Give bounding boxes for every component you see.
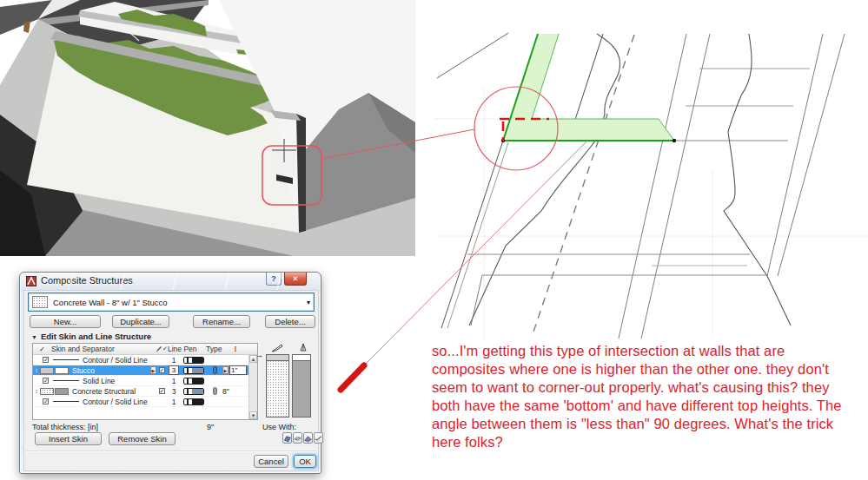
header-skin: Skin and Separator xyxy=(51,345,156,353)
left-pen-icon xyxy=(271,343,283,352)
ok-button[interactable]: OK xyxy=(294,455,316,468)
marker-stroke xyxy=(341,365,364,390)
preview-stucco-skin[interactable] xyxy=(266,354,289,418)
skin-surface-swatch[interactable] xyxy=(55,388,69,395)
skin-type-icon[interactable] xyxy=(213,387,217,395)
pen-widget[interactable] xyxy=(183,367,204,374)
table-scrollbar[interactable]: ▲ ▼ xyxy=(248,355,257,419)
help-icon[interactable]: ? xyxy=(266,273,282,286)
composite-swatch-icon xyxy=(32,296,48,308)
table-row-solid-line[interactable]: ✓ Solid Line 1 xyxy=(33,376,257,386)
pen-widget[interactable] xyxy=(183,398,204,405)
pen-icon xyxy=(156,345,162,353)
pen-widget[interactable] xyxy=(183,388,204,395)
expand-arrow-icon[interactable]: ▶ xyxy=(222,366,229,374)
table-row-contour-top[interactable]: ✓ Contour / Solid Line 1 xyxy=(33,355,257,365)
drag-handle-icon[interactable]: ↕ xyxy=(33,367,40,373)
composite-selector[interactable]: Concrete Wall - 8" w/ 1" Stucco ▾ xyxy=(28,293,315,312)
pen-widget[interactable] xyxy=(183,378,204,385)
wall-endpoint-node[interactable] xyxy=(673,139,676,142)
plan-wall-line xyxy=(437,33,508,78)
total-thickness-value: 9" xyxy=(207,423,214,431)
question-text: so...I'm getting this type of intersecti… xyxy=(432,342,854,451)
composite-structures-dialog: Composite Structures ? × Concrete Wall -… xyxy=(19,272,321,474)
total-thickness-label: Total thickness: [in] xyxy=(32,423,98,431)
use-with-shell-icon[interactable] xyxy=(314,432,323,444)
line-sample xyxy=(53,380,79,381)
preview-concrete-skin[interactable] xyxy=(292,354,311,418)
header-type: Type xyxy=(206,345,223,353)
rename-button[interactable]: Rename... xyxy=(193,315,250,328)
use-with-wall-icon[interactable] xyxy=(282,432,292,444)
line-sample xyxy=(53,401,79,402)
checkbox[interactable]: ✓ xyxy=(43,378,49,384)
divider xyxy=(26,450,316,452)
selected-wall-fill[interactable] xyxy=(503,34,674,141)
skin-fill-swatch[interactable] xyxy=(40,388,54,395)
use-with-label: Use With: xyxy=(262,423,296,431)
dialog-title: Composite Structures xyxy=(41,275,133,286)
use-with-slab-icon[interactable] xyxy=(293,432,302,444)
thickness-field[interactable]: 1" xyxy=(229,365,247,375)
corner-detail xyxy=(272,146,295,177)
pen-widget[interactable] xyxy=(183,357,204,364)
duplicate-button[interactable]: Duplicate... xyxy=(112,315,169,328)
thickness-icon: Ι xyxy=(223,345,248,353)
3d-view xyxy=(0,0,415,256)
hidden-line-dashed xyxy=(532,35,634,337)
line-sample xyxy=(53,359,79,360)
table-row-concrete[interactable]: ↕ Concrete Structural ✓ 3 8" xyxy=(33,386,257,397)
composite-preview: → xyxy=(262,343,318,420)
dialog-titlebar[interactable]: Composite Structures ? × xyxy=(20,273,321,290)
skin-fill-swatch[interactable] xyxy=(40,367,54,374)
new-button[interactable]: New... xyxy=(30,315,101,328)
dropdown-arrow-icon[interactable]: ▾ xyxy=(307,299,310,306)
composite-selector-value: Concrete Wall - 8" w/ 1" Stucco xyxy=(53,298,168,307)
checkbox[interactable]: ✓ xyxy=(43,357,49,363)
scroll-down-icon[interactable]: ▼ xyxy=(249,411,257,419)
wall-endpoint-node[interactable] xyxy=(501,139,505,142)
collapse-arrow-icon[interactable]: ▼ xyxy=(31,334,37,340)
checkbox[interactable]: ✓ xyxy=(159,388,165,394)
archicad-app-icon xyxy=(26,276,36,286)
skin-surface-swatch[interactable] xyxy=(55,367,69,374)
expand-arrow-icon[interactable]: ▶ xyxy=(150,366,156,374)
skin-table-header: ✓ Skin and Separator ✓ Line Pen Type Ι xyxy=(33,344,257,355)
forum-screenshot-page: so...I'm getting this type of intersecti… xyxy=(0,0,868,480)
cancel-button[interactable]: Cancel xyxy=(254,455,288,468)
table-row-contour-bottom[interactable]: ✓ Contour / Solid Line 1 xyxy=(33,397,257,407)
plan-drawing xyxy=(434,0,868,339)
dialog-client-area: Concrete Wall - 8" w/ 1" Stucco ▾ New...… xyxy=(23,290,319,471)
table-row-stucco[interactable]: ↕ Stucco ▶ ✓ 3 ▶ 1" xyxy=(33,365,257,376)
header-check-icon: ✓ xyxy=(33,345,51,353)
insert-skin-button[interactable]: Insert Skin xyxy=(35,432,102,445)
skin-table: ✓ Skin and Separator ✓ Line Pen Type Ι ✓… xyxy=(32,343,258,420)
checkbox[interactable]: ✓ xyxy=(43,398,49,404)
section-edit-skin[interactable]: ▼Edit Skin and Line Structure xyxy=(31,332,151,341)
delete-button[interactable]: Delete... xyxy=(265,315,315,328)
use-with-roof-icon[interactable] xyxy=(303,432,313,444)
header-line-pen: Line Pen xyxy=(168,345,206,353)
core-arrow-icon: → xyxy=(255,351,263,359)
use-with-toolbar xyxy=(282,432,323,444)
drag-handle-icon[interactable]: ↕ xyxy=(33,388,40,394)
skin-type-icon[interactable] xyxy=(213,366,217,374)
right-pen-icon xyxy=(299,343,308,352)
close-icon[interactable]: × xyxy=(284,273,307,286)
checkbox[interactable]: ✓ xyxy=(159,367,165,373)
remove-skin-button[interactable]: Remove Skin xyxy=(109,432,176,445)
